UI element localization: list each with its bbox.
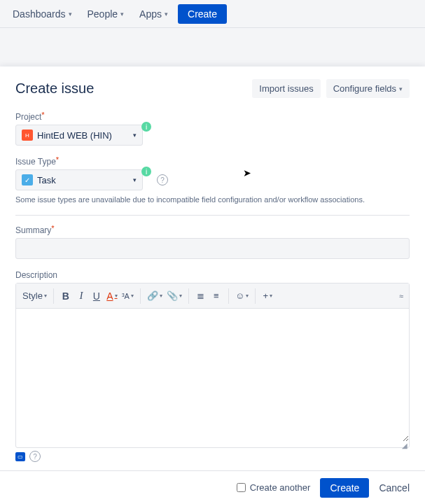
tour-badge-icon: i — [141, 167, 151, 176]
italic-button[interactable]: I — [74, 288, 89, 304]
dialog-header: Create issue Import issues Configure fie… — [15, 79, 410, 98]
dialog-title: Create issue — [15, 80, 94, 97]
toolbar-separator — [255, 288, 256, 304]
chevron-down-icon: ▾ — [133, 176, 137, 183]
issue-type-select[interactable]: ✓ Task ▾ — [15, 169, 143, 190]
chevron-down-icon: ▾ — [44, 293, 47, 299]
toolbar-separator — [140, 288, 141, 304]
chevron-down-icon: ▾ — [120, 10, 124, 18]
chevron-down-icon: ▾ — [399, 85, 403, 92]
header-band — [0, 28, 425, 66]
toolbar-separator — [53, 288, 54, 304]
chevron-down-icon: ▾ — [160, 293, 162, 299]
description-textarea[interactable] — [16, 309, 409, 442]
chevron-down-icon: ▾ — [246, 293, 249, 299]
nav-apps[interactable]: Apps ▾ — [134, 4, 174, 24]
description-field: Description Style▾ B I U A▾ — [15, 269, 410, 462]
editor-help-icon[interactable]: ? — [29, 451, 41, 462]
chevron-down-icon: ▾ — [165, 10, 168, 18]
chevron-down-icon: ▾ — [115, 293, 118, 299]
tour-badge-icon: i — [141, 122, 151, 132]
resize-handle[interactable]: ◢ — [16, 442, 409, 447]
attachment-button[interactable]: 📎▾ — [165, 288, 184, 304]
top-nav: Dashboards ▾ People ▾ Apps ▾ Create — [0, 0, 425, 28]
dialog-footer: Create another Create Cancel — [0, 470, 425, 504]
chevron-down-icon: ▾ — [133, 132, 137, 139]
create-issue-dialog: Create issue Import issues Configure fie… — [0, 66, 425, 504]
nav-label: People — [88, 8, 118, 20]
style-dropdown[interactable]: Style▾ — [20, 288, 49, 304]
editor-toolbar: Style▾ B I U A▾ ³A▾ — [16, 284, 409, 309]
create-another-input[interactable] — [237, 483, 246, 492]
issue-type-hint: Some issue types are unavailable due to … — [15, 195, 410, 205]
toolbar-separator — [188, 288, 189, 304]
issue-type-field: Issue Type* ✓ Task ▾ i ? Some issue type… — [15, 155, 410, 205]
more-formatting-button[interactable]: ³A▾ — [120, 288, 136, 304]
nav-create-button[interactable]: Create — [178, 4, 227, 24]
required-indicator: * — [41, 111, 44, 119]
summary-input[interactable] — [15, 238, 410, 259]
nav-label: Apps — [139, 8, 162, 20]
chevron-down-icon: ▾ — [131, 293, 134, 299]
required-indicator: * — [56, 155, 59, 164]
emoji-button[interactable]: ☺▾ — [233, 288, 251, 304]
plus-icon: + — [263, 290, 268, 301]
nav-people[interactable]: People ▾ — [82, 4, 130, 24]
link-button[interactable]: 🔗▾ — [145, 288, 165, 304]
button-label: Import issues — [259, 83, 313, 94]
field-label: Issue Type — [15, 157, 56, 167]
nav-label: Dashboards — [13, 8, 66, 20]
configure-fields-button[interactable]: Configure fields ▾ — [326, 79, 410, 98]
visual-mode-icon[interactable]: ▭ — [15, 452, 25, 461]
insert-button[interactable]: +▾ — [260, 288, 275, 304]
project-avatar-icon: H — [22, 130, 33, 141]
required-indicator: * — [51, 224, 54, 232]
rich-text-editor: Style▾ B I U A▾ ³A▾ — [15, 283, 410, 448]
underline-button[interactable]: U — [89, 288, 104, 304]
chevron-down-icon: ▾ — [270, 293, 272, 299]
issue-type-select-value: Task — [37, 175, 133, 186]
header-actions: Import issues Configure fields ▾ — [252, 79, 410, 98]
nav-dashboards[interactable]: Dashboards ▾ — [7, 4, 78, 24]
field-label: Summary — [15, 225, 51, 235]
toolbar-separator — [228, 288, 229, 304]
collapse-toolbar-button[interactable]: ≈ — [399, 292, 403, 300]
project-select[interactable]: H HintEd WEB (HIN) ▾ — [15, 125, 143, 146]
numbered-list-button[interactable]: ≡ — [209, 288, 224, 304]
field-label: Project — [15, 112, 41, 122]
text-color-button[interactable]: A▾ — [104, 288, 120, 304]
field-label: Description — [15, 270, 57, 280]
project-select-value: HintEd WEB (HIN) — [37, 130, 133, 141]
checkbox-label: Create another — [250, 482, 311, 493]
cancel-button[interactable]: Cancel — [379, 482, 410, 493]
attachment-icon: 📎 — [167, 290, 178, 301]
help-icon[interactable]: ? — [157, 174, 168, 186]
numbered-list-icon: ≡ — [214, 290, 219, 301]
button-label: Configure fields — [333, 83, 396, 94]
import-issues-button[interactable]: Import issues — [252, 79, 320, 98]
project-field: Project* H HintEd WEB (HIN) ▾ i — [15, 111, 410, 146]
emoji-icon: ☺ — [235, 290, 244, 301]
bold-button[interactable]: B — [58, 288, 74, 304]
divider — [15, 215, 410, 216]
task-type-icon: ✓ — [22, 174, 33, 186]
bullet-list-button[interactable]: ≣ — [193, 288, 209, 304]
link-icon: 🔗 — [147, 290, 158, 301]
summary-field: Summary* — [15, 224, 410, 259]
bullet-list-icon: ≣ — [197, 290, 204, 301]
create-another-checkbox[interactable]: Create another — [237, 482, 311, 493]
chevron-down-icon: ▾ — [179, 293, 182, 299]
create-button[interactable]: Create — [320, 478, 369, 498]
chevron-down-icon: ▾ — [69, 10, 72, 18]
